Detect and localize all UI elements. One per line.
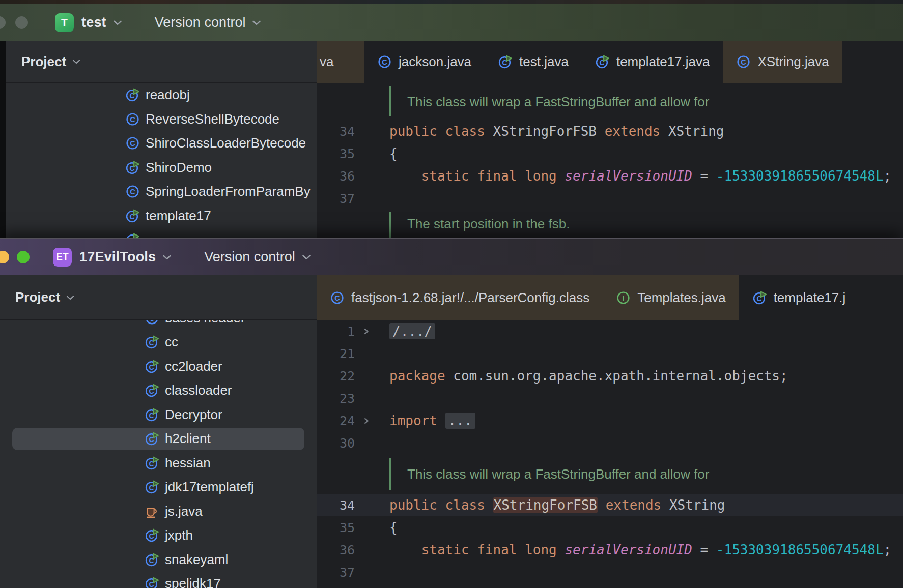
tree-item-shirodemo[interactable]: CShiroDemo	[6, 156, 317, 180]
code-line-30[interactable]: 30	[317, 432, 903, 454]
tab-xstring-java[interactable]: CXString.java	[723, 41, 842, 83]
project-panel-header[interactable]: Project	[0, 275, 317, 320]
line-number[interactable]: 37	[317, 565, 355, 580]
line-number[interactable]: 34	[317, 498, 355, 513]
line-number[interactable]: 37	[317, 191, 355, 206]
window-17eviltools-project: ET 17EvilTools Version control Project C…	[0, 238, 903, 588]
chevron-down-icon[interactable]	[302, 254, 311, 260]
code-line-36[interactable]: 36 static final long serialVersionUID = …	[317, 165, 903, 187]
code-line-35[interactable]: 35{	[317, 516, 903, 539]
window-edge-gap	[0, 83, 6, 238]
editor-tab-bar: vaCjackson.javaCtest.javaCtemplate17.jav…	[317, 41, 903, 83]
code-line-37[interactable]: 37	[317, 561, 903, 583]
code-line-35[interactable]: 35{	[317, 142, 903, 165]
tree-item-snakeyaml[interactable]: Csnakeyaml	[0, 548, 317, 572]
class-icon: C	[125, 184, 140, 199]
code-line-1[interactable]: 1/.../	[317, 320, 903, 342]
tree-item-h2client[interactable]: Ch2client	[0, 427, 317, 451]
tree-item-hessian[interactable]: Chessian	[0, 451, 317, 476]
class-icon: C	[736, 54, 751, 69]
code-text: package com.sun.org.apache.xpath.interna…	[378, 368, 788, 384]
tree-item-decryptor[interactable]: CDecryptor	[0, 403, 317, 427]
line-number[interactable]: 36	[317, 169, 355, 184]
version-control-menu[interactable]: Version control	[204, 249, 295, 265]
tree-item-label: cc2loader	[165, 359, 222, 374]
tab-va[interactable]: va	[317, 41, 364, 83]
line-number[interactable]: 22	[317, 369, 355, 384]
chevron-down-icon[interactable]	[162, 254, 172, 260]
token-kw: import	[389, 413, 437, 428]
tree-item-jxpth[interactable]: Cjxpth	[0, 523, 317, 548]
code-line-21[interactable]: 21	[317, 342, 903, 365]
runclass-icon: C	[125, 209, 140, 223]
traffic-light-minimize[interactable]	[15, 16, 28, 29]
tree-item-label: snakeyaml	[165, 552, 228, 568]
tree-item-classloader[interactable]: Cclassloader	[0, 378, 317, 403]
tab-template17-java[interactable]: Ctemplate17.java	[582, 41, 723, 83]
class-icon: C	[377, 54, 392, 69]
tab-jackson-java[interactable]: Cjackson.java	[364, 41, 485, 83]
traffic-light-zoom[interactable]	[17, 251, 30, 263]
code-line-36[interactable]: 36 static final long serialVersionUID = …	[317, 539, 903, 561]
project-panel-header[interactable]: Project	[6, 41, 317, 83]
tree-item-springloaderfromparamby[interactable]: CSpringLoaderFromParamBy	[6, 180, 317, 204]
tab-template17-j[interactable]: Ctemplate17.j	[739, 275, 859, 320]
fold-chevron-icon[interactable]	[355, 328, 378, 335]
tree-item-speljdk17[interactable]: Cspeljdk17	[0, 572, 317, 588]
code-line-23[interactable]: 23	[317, 387, 903, 409]
tree-item-shiroclassloaderbytecode[interactable]: CShiroClassLoaderBytecode	[6, 131, 317, 156]
fold-chevron-icon[interactable]	[355, 417, 378, 425]
code-editor[interactable]: This class will wrap a FastStringBuffer …	[317, 83, 903, 238]
tree-item-js-java[interactable]: js.java	[0, 499, 317, 524]
tree-item-cc2loader[interactable]: Ccc2loader	[0, 355, 317, 379]
line-number[interactable]: 1	[317, 324, 355, 339]
line-number[interactable]: 34	[317, 124, 355, 139]
line-number[interactable]: 21	[317, 346, 355, 361]
class-icon: C	[330, 290, 345, 305]
line-number[interactable]: 24	[317, 414, 355, 428]
tree-item-template17[interactable]: Ctemplate17	[6, 204, 317, 228]
tree-item-reverseshellbytecode[interactable]: CReverseShellBytecode	[6, 107, 317, 132]
version-control-menu[interactable]: Version control	[155, 15, 246, 31]
traffic-light-minimize[interactable]	[0, 251, 9, 263]
code-line-37[interactable]: 37	[317, 187, 903, 210]
project-name[interactable]: test	[81, 15, 106, 31]
tab-test-java[interactable]: Ctest.java	[485, 41, 582, 83]
token-kw: long	[525, 542, 557, 557]
runclass-icon: C	[595, 54, 610, 69]
token-plain	[389, 542, 421, 557]
code-line-34[interactable]: 34public class XStringForFSB extends XSt…	[317, 494, 903, 516]
project-name[interactable]: 17EvilTools	[79, 249, 156, 265]
titlebar-test[interactable]: T test Version control	[0, 4, 903, 41]
traffic-light-close[interactable]	[0, 16, 6, 29]
chevron-down-icon[interactable]	[113, 20, 122, 25]
token-plain	[517, 168, 525, 184]
code-line-24[interactable]: 24import ...	[317, 409, 903, 432]
chevron-down-icon[interactable]	[252, 20, 261, 25]
rendered-doc-comment: The start position in the fsb.	[317, 210, 903, 238]
chevron-down-icon[interactable]	[66, 295, 74, 300]
tab-fastjson-1-2-68-jar-parserconfig-class[interactable]: Cfastjson-1.2.68.jar!/.../ParserConfig.c…	[317, 275, 603, 320]
tree-item-jdk17templatefj[interactable]: Cjdk17templatefj	[0, 475, 317, 499]
line-number[interactable]: 35	[317, 520, 355, 535]
token-plain	[469, 168, 477, 184]
chevron-down-icon[interactable]	[72, 59, 80, 64]
code-line-34[interactable]: 34public class XStringForFSB extends XSt…	[317, 120, 903, 142]
line-number[interactable]: 30	[317, 436, 355, 451]
line-number[interactable]: 36	[317, 543, 355, 557]
tree-item-bases-header[interactable]: Cbases header	[0, 320, 317, 330]
token-num: -1533039186550674548L	[716, 168, 884, 184]
tab-templates-java[interactable]: ITemplates.java	[603, 275, 739, 320]
code-line-22[interactable]: 22package com.sun.org.apache.xpath.inter…	[317, 365, 903, 387]
code-editor[interactable]: 1/.../2122package com.sun.org.apache.xpa…	[317, 320, 903, 588]
tree-item-cc[interactable]: Ccc	[0, 330, 317, 355]
token-num: -1533039186550674548L	[716, 542, 884, 557]
code-text: {	[378, 520, 398, 535]
titlebar-17eviltools[interactable]: ET 17EvilTools Version control	[0, 239, 903, 275]
tree-item-readobj[interactable]: Creadobj	[6, 83, 317, 107]
tree-item-item[interactable]: C	[6, 228, 317, 238]
svg-text:C: C	[382, 58, 387, 66]
line-number[interactable]: 35	[317, 146, 355, 161]
rendered-doc-comment: This class will wrap a FastStringBuffer …	[317, 83, 903, 120]
line-number[interactable]: 23	[317, 391, 355, 406]
